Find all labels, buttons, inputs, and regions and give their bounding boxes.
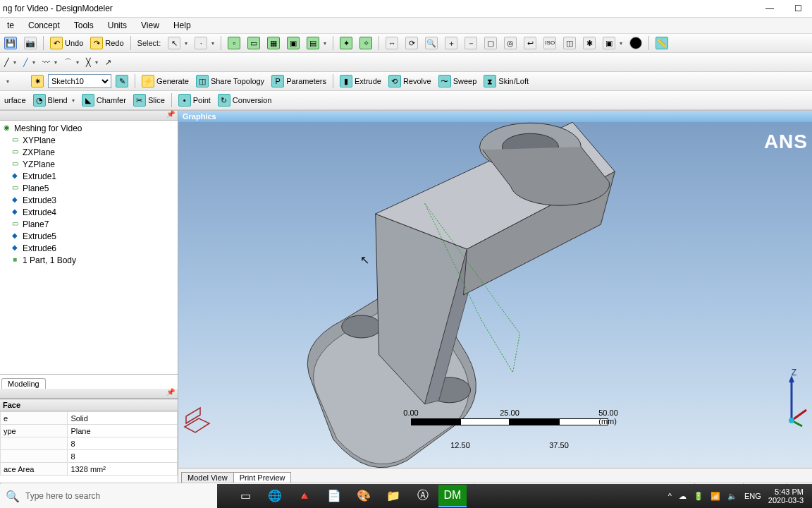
tray-volume-icon[interactable]: 🔈 [727, 492, 737, 501]
details-pin-icon[interactable]: 📌 [166, 388, 175, 396]
palette-button[interactable] [627, 35, 645, 51]
tree-item[interactable]: ZXPlane [0, 146, 178, 158]
graphics-viewport[interactable]: ANS ↖ 0.00 25.00 50.00 (mm) [178, 122, 812, 468]
select-vertices[interactable]: · [192, 35, 217, 51]
details-value[interactable]: Solid [68, 412, 178, 425]
select-cursor[interactable]: ↖ [165, 35, 190, 51]
perspective[interactable]: ✱ [580, 35, 598, 51]
tray-battery-icon[interactable]: 🔋 [694, 492, 703, 501]
filter-faces[interactable]: ▦ [264, 35, 283, 51]
menu-tools[interactable]: Tools [67, 18, 101, 33]
share-topology-button[interactable]: ◫Share Topology [193, 73, 267, 89]
tab-print-preview[interactable]: Print Preview [233, 472, 292, 483]
menu-concept[interactable]: Concept [21, 18, 67, 33]
notepad-icon[interactable]: 📄 [320, 485, 348, 507]
tray-wifi-icon[interactable]: 📶 [710, 492, 720, 501]
menu-help[interactable]: Help [166, 18, 198, 33]
tree-item[interactable]: Plane7 [0, 218, 178, 230]
tree-root[interactable]: Meshing for Video [0, 122, 178, 134]
orientation-triad[interactable]: Z [774, 368, 809, 431]
tree-item[interactable]: Extrude5 [0, 230, 178, 242]
details-value[interactable]: Plane [68, 425, 178, 437]
line-blue[interactable]: ╱ [20, 54, 38, 70]
plane-dropdown[interactable] [1, 73, 27, 89]
conversion-button[interactable]: ↻Conversion [215, 92, 275, 108]
zoom-in[interactable]: ＋ [442, 35, 460, 51]
chrome-icon[interactable]: 🌐 [261, 485, 289, 507]
new-plane[interactable]: ✷ [28, 73, 47, 89]
system-tray[interactable]: ^ ☁ 🔋 📶 🔈 ENG 5:43 PM 2020-03-3 [668, 488, 812, 504]
tree-item[interactable]: Extrude6 [0, 242, 178, 254]
tab-modeling[interactable]: Modeling [1, 378, 46, 389]
redo-button[interactable]: ↷Redo [87, 35, 126, 51]
ansys-icon[interactable]: Ⓐ [409, 485, 437, 507]
print-button[interactable]: 📷 [21, 35, 39, 51]
skin-loft-button[interactable]: ⧗Skin/Loft [481, 73, 531, 89]
filter-edges[interactable]: ▭ [245, 35, 263, 51]
poly-tool[interactable]: ╳ [83, 54, 101, 70]
parameters-button[interactable]: PParameters [269, 73, 329, 89]
tray-clock[interactable]: 5:43 PM 2020-03-3 [768, 488, 804, 504]
arc-tool[interactable]: ⌒ [61, 54, 82, 70]
menu-create[interactable]: te [0, 18, 21, 33]
taskbar-search[interactable]: 🔍 Type here to search [0, 484, 217, 508]
tab-model-view[interactable]: Model View [181, 472, 234, 483]
vlc-icon[interactable]: 🔺 [290, 485, 319, 507]
zoom-rotate-light[interactable]: ✧ [357, 35, 375, 51]
display-mode[interactable]: ▣ [600, 35, 625, 51]
maximize-button[interactable]: ☐ [784, 0, 812, 17]
details-value[interactable]: 8 [68, 437, 178, 450]
line-black[interactable]: ╱ [1, 54, 19, 70]
previous-view[interactable]: ↩ [521, 35, 539, 51]
iso-button[interactable]: ISO [541, 35, 559, 51]
extrude-button[interactable]: ▮Extrude [337, 73, 384, 89]
tree-item[interactable]: Plane5 [0, 182, 178, 194]
chamfer-button[interactable]: ◣Chamfer [79, 92, 129, 108]
tree-item[interactable]: XYPlane [0, 134, 178, 146]
new-sketch[interactable]: ✎ [113, 73, 131, 89]
tray-chevron-up-icon[interactable]: ^ [668, 492, 672, 500]
point-button[interactable]: •Point [176, 92, 214, 108]
blend-button[interactable]: ◔Blend [30, 92, 78, 108]
tree-item[interactable]: Extrude1 [0, 170, 178, 182]
zoom-fit[interactable]: ✦ [337, 35, 355, 51]
tree-outline[interactable]: Meshing for Video XYPlaneZXPlaneYZPlaneE… [0, 121, 178, 374]
show-coords[interactable]: ◫ [560, 35, 579, 51]
generate-button[interactable]: ⚡Generate [139, 73, 192, 89]
section-plane-glyph[interactable] [181, 406, 212, 437]
minimize-button[interactable]: — [756, 0, 784, 17]
zoom-area[interactable]: ▢ [481, 35, 500, 51]
task-view-icon[interactable]: ▭ [231, 485, 259, 507]
tree-item[interactable]: Extrude4 [0, 206, 178, 218]
tray-cloud-icon[interactable]: ☁ [679, 492, 687, 501]
tree-item[interactable]: 1 Part, 1 Body [0, 254, 178, 266]
revolve-button[interactable]: ⟲Revolve [386, 73, 434, 89]
filter-points[interactable]: ▫ [225, 35, 243, 51]
paint-icon[interactable]: 🎨 [350, 485, 378, 507]
tree-item[interactable]: Extrude3 [0, 194, 178, 206]
pin-icon[interactable]: 📌 [166, 110, 175, 118]
menu-units[interactable]: Units [101, 18, 134, 33]
details-value[interactable]: 8 [68, 450, 178, 463]
designmodeler-icon[interactable]: DM [438, 485, 467, 507]
surface-button[interactable]: urface [1, 92, 29, 108]
details-view[interactable]: Face eSolidypePlane88ace Area1328 mm² [0, 399, 178, 483]
zoom-box[interactable]: 🔍 [422, 35, 441, 51]
zoom-out[interactable]: － [462, 35, 480, 51]
pan-tool[interactable]: ↔ [383, 35, 401, 51]
ruler-button[interactable]: 📏 [653, 35, 671, 51]
explorer-icon[interactable]: 📁 [379, 485, 407, 507]
rotate-tool[interactable]: ⟳ [402, 35, 421, 51]
tree-item[interactable]: YZPlane [0, 158, 178, 170]
slice-button[interactable]: ✂Slice [130, 92, 168, 108]
menu-view[interactable]: View [134, 18, 166, 33]
tray-language[interactable]: ENG [744, 492, 761, 500]
extend-selection[interactable]: ▤ [304, 35, 329, 51]
details-value[interactable]: 1328 mm² [68, 463, 178, 476]
sweep-button[interactable]: 〜Sweep [436, 73, 480, 89]
save-button[interactable]: 💾 [1, 35, 20, 51]
filter-bodies[interactable]: ▣ [284, 35, 302, 51]
undo-button[interactable]: ↶Undo [47, 35, 86, 51]
sketch-combo[interactable]: Sketch10 [48, 74, 111, 88]
spline-tool[interactable]: 〰 [39, 54, 60, 70]
